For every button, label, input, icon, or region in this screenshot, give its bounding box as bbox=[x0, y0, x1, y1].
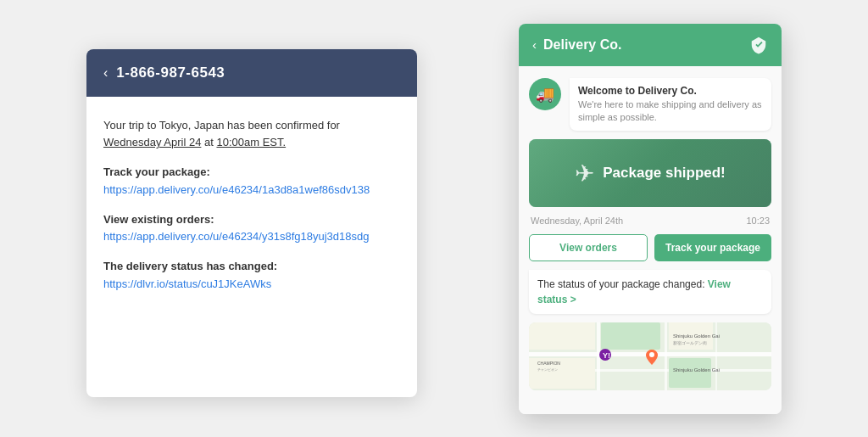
view-orders-button[interactable]: View orders bbox=[529, 234, 648, 261]
status-text: The status of your package changed: bbox=[537, 278, 704, 290]
delivery-link[interactable]: https://dlvr.io/status/cuJ1JKeAWks bbox=[103, 277, 271, 290]
welcome-subtitle: We're here to make shipping and delivery… bbox=[578, 98, 763, 125]
bot-avatar: 🚚 bbox=[529, 78, 561, 110]
email-card-header: ‹ 1-866-987-6543 bbox=[86, 49, 417, 97]
phone-number: 1-866-987-6543 bbox=[116, 64, 225, 81]
svg-rect-7 bbox=[669, 358, 711, 388]
chat-back-icon[interactable]: ‹ bbox=[532, 37, 537, 52]
chat-card: ‹ Delivery Co. 🚚 Welcome to Delivery Co.… bbox=[519, 24, 782, 414]
delivery-label: The delivery status has changed: bbox=[103, 260, 277, 272]
message-time: 10:23 bbox=[746, 216, 770, 226]
track-section: Track your package: https://app.delivery… bbox=[103, 164, 400, 199]
delivery-section: The delivery status has changed: https:/… bbox=[103, 258, 400, 294]
welcome-bubble-text: Welcome to Delivery Co. We're here to ma… bbox=[570, 78, 771, 132]
svg-rect-8 bbox=[529, 322, 595, 350]
svg-text:チャンピオン: チャンピオン bbox=[537, 367, 558, 372]
welcome-title: Welcome to Delivery Co. bbox=[578, 85, 763, 97]
shield-icon bbox=[749, 36, 768, 54]
svg-point-12 bbox=[649, 352, 654, 357]
track-package-button[interactable]: Track your package bbox=[654, 234, 771, 261]
date-underline: Wednesday April 24 bbox=[103, 136, 201, 148]
track-label: Track your package: bbox=[103, 165, 210, 178]
svg-rect-6 bbox=[601, 322, 660, 350]
plane-icon: ✈ bbox=[575, 160, 594, 188]
map-thumbnail[interactable]: Shinjuku Golden Gai 新宿ゴールデン街 Shinjuku Go… bbox=[529, 322, 771, 390]
chat-title: Delivery Co. bbox=[543, 37, 621, 53]
svg-rect-5 bbox=[715, 322, 717, 390]
track-link[interactable]: https://app.delivery.co/u/e46234/1a3d8a1… bbox=[103, 183, 370, 196]
shipped-text: Package shipped! bbox=[603, 165, 726, 182]
svg-text:Shinjuku Golden Gai: Shinjuku Golden Gai bbox=[673, 367, 720, 373]
email-card: ‹ 1-866-987-6543 Your trip to Tokyo, Jap… bbox=[86, 49, 417, 397]
chat-body: 🚚 Welcome to Delivery Co. We're here to … bbox=[519, 66, 782, 414]
svg-text:Shinjuku Golden Gai: Shinjuku Golden Gai bbox=[673, 333, 720, 339]
orders-link[interactable]: https://app.delivery.co/u/e46234/y31s8fg… bbox=[103, 230, 369, 243]
header-left: ‹ Delivery Co. bbox=[532, 37, 621, 53]
svg-text:Y!: Y! bbox=[603, 351, 610, 360]
back-chevron-icon[interactable]: ‹ bbox=[103, 65, 108, 81]
email-card-body: Your trip to Tokyo, Japan has been confi… bbox=[86, 97, 417, 326]
time-underline: 10:00am EST. bbox=[216, 136, 286, 148]
svg-text:CHAMPION: CHAMPION bbox=[537, 361, 560, 366]
orders-section: View existing orders: https://app.delive… bbox=[103, 211, 400, 247]
message-date: Wednesday, April 24th bbox=[531, 216, 623, 226]
svg-rect-4 bbox=[665, 322, 667, 390]
truck-icon: 🚚 bbox=[536, 85, 554, 104]
orders-label: View existing orders: bbox=[103, 213, 214, 226]
confirmation-text: Your trip to Tokyo, Japan has been confi… bbox=[103, 117, 400, 153]
map-svg: Shinjuku Golden Gai 新宿ゴールデン街 Shinjuku Go… bbox=[529, 322, 771, 390]
status-message: The status of your package changed: View… bbox=[529, 270, 771, 314]
timestamp-row: Wednesday, April 24th 10:23 bbox=[529, 216, 771, 226]
action-buttons: View orders Track your package bbox=[529, 234, 771, 261]
shipped-banner: ✈ Package shipped! bbox=[529, 139, 771, 207]
welcome-message: 🚚 Welcome to Delivery Co. We're here to … bbox=[529, 78, 771, 132]
chat-header: ‹ Delivery Co. bbox=[519, 24, 782, 66]
svg-text:新宿ゴールデン街: 新宿ゴールデン街 bbox=[673, 340, 707, 345]
